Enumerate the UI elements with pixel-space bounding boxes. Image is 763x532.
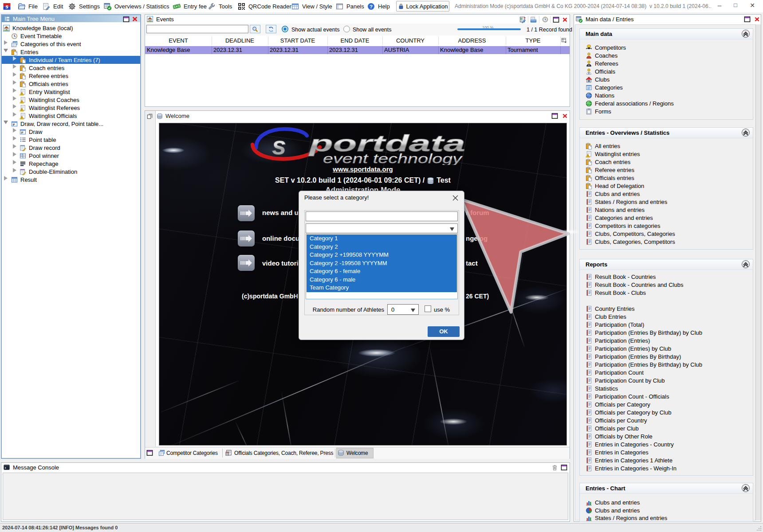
svg-text:s: s <box>272 131 286 160</box>
svg-text:event technology: event technology <box>323 151 463 165</box>
